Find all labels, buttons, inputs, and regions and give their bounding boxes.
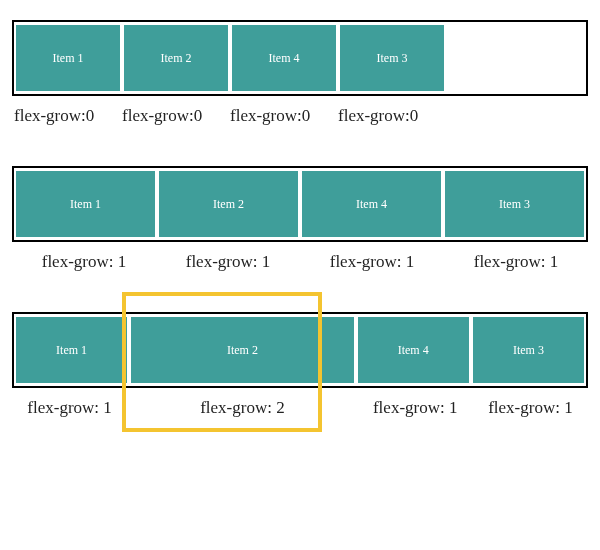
flexgrow-label: flex-grow:0 <box>228 106 336 126</box>
flex-container: Item 1 Item 2 Item 4 Item 3 <box>12 20 588 96</box>
flex-item: Item 4 <box>358 317 469 383</box>
flex-container: Item 1 Item 2 Item 4 Item 3 <box>12 312 588 388</box>
flex-item: Item 1 <box>16 25 120 91</box>
flex-item: Item 3 <box>340 25 444 91</box>
labels-row: flex-grow: 1 flex-grow: 1 flex-grow: 1 f… <box>12 252 588 272</box>
flexgrow-label: flex-grow:0 <box>120 106 228 126</box>
flex-container: Item 1 Item 2 Item 4 Item 3 <box>12 166 588 242</box>
flex-item: Item 2 <box>159 171 298 237</box>
flexgrow-label: flex-grow:0 <box>336 106 444 126</box>
flex-item: Item 2 <box>124 25 228 91</box>
labels-row: flex-grow:0 flex-grow:0 flex-grow:0 flex… <box>12 106 588 126</box>
flexgrow-label: flex-grow: 2 <box>127 398 357 418</box>
flexgrow-example-equal: Item 1 Item 2 Item 4 Item 3 flex-grow: 1… <box>12 166 588 272</box>
flexgrow-label: flex-grow: 1 <box>12 252 156 272</box>
flex-item: Item 2 <box>131 317 353 383</box>
flex-item: Item 3 <box>445 171 584 237</box>
flex-item: Item 1 <box>16 317 127 383</box>
flexgrow-example-weighted: Item 1 Item 2 Item 4 Item 3 flex-grow: 1… <box>12 312 588 418</box>
flex-item: Item 3 <box>473 317 584 383</box>
flexgrow-label: flex-grow: 1 <box>300 252 444 272</box>
labels-row: flex-grow: 1 flex-grow: 2 flex-grow: 1 f… <box>12 398 588 418</box>
flex-item: Item 4 <box>232 25 336 91</box>
flex-item: Item 1 <box>16 171 155 237</box>
flex-item: Item 4 <box>302 171 441 237</box>
flexgrow-label: flex-grow:0 <box>12 106 120 126</box>
flexgrow-label: flex-grow: 1 <box>444 252 588 272</box>
flexgrow-example-zero: Item 1 Item 2 Item 4 Item 3 flex-grow:0 … <box>12 20 588 126</box>
flexgrow-label: flex-grow: 1 <box>156 252 300 272</box>
flexgrow-label: flex-grow: 1 <box>473 398 588 418</box>
flexgrow-label: flex-grow: 1 <box>358 398 473 418</box>
flexgrow-label: flex-grow: 1 <box>12 398 127 418</box>
